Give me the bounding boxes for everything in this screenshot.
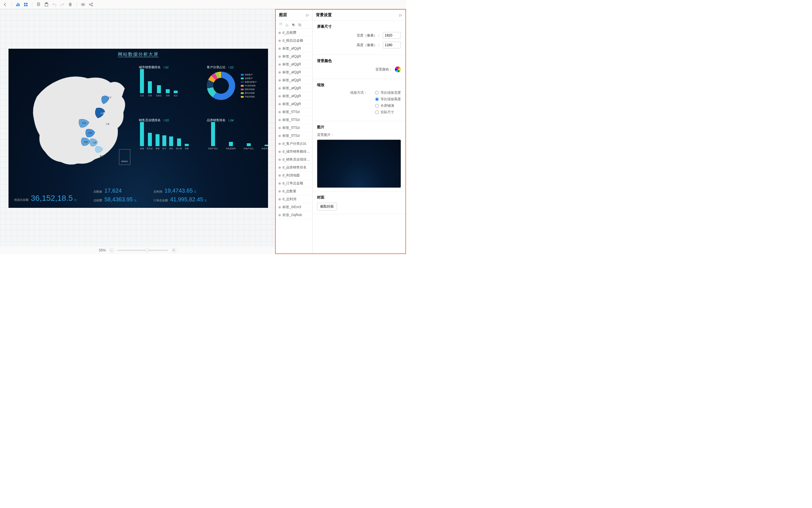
collapse-props-icon[interactable]: ▷ bbox=[400, 13, 402, 17]
align-top-icon[interactable] bbox=[279, 23, 283, 27]
chart-category-sales: 品类销售排名\ 04 自制产成品手机原材料外购产成品外购半成品 bbox=[207, 118, 263, 150]
width-label: 宽度（像素）： bbox=[357, 33, 380, 38]
section-bg-color: 背景颜色 背景颜色： bbox=[313, 55, 405, 79]
svg-rect-0 bbox=[16, 4, 17, 6]
section-screen-size: 屏幕尺寸 宽度（像素）： 高度（像素）： bbox=[313, 21, 405, 55]
dashboard-preview[interactable]: 网站数据分析大屏 辽宁 山东 陕西 湖北 bbox=[8, 49, 268, 208]
bg-image-label: 背景图片： bbox=[317, 132, 401, 137]
collapse-layers-icon[interactable]: ▷ bbox=[306, 13, 309, 17]
back-button[interactable] bbox=[2, 2, 8, 7]
layer-item[interactable]: d_品类销售排名 bbox=[276, 164, 312, 172]
layer-item[interactable]: d_利润地图 bbox=[276, 172, 312, 179]
layer-item[interactable]: 标签_afQgR bbox=[276, 53, 312, 60]
capture-cover-button[interactable]: 截取封面 bbox=[317, 203, 337, 210]
zoom-value: 55% bbox=[99, 248, 106, 252]
layer-item[interactable]: 标签_afQgR bbox=[276, 84, 312, 92]
layer-item[interactable]: 标签_afQgR bbox=[276, 92, 312, 100]
zoom-mode-option[interactable]: 全屏铺满 bbox=[375, 103, 394, 108]
layer-item[interactable]: d_城市销售额排… bbox=[276, 148, 312, 156]
layer-item[interactable]: 标签_5TSzi bbox=[276, 124, 312, 132]
height-input[interactable] bbox=[383, 42, 401, 48]
svg-text:陕西: 陕西 bbox=[82, 122, 86, 124]
preview-icon[interactable] bbox=[80, 2, 86, 7]
dashboard-title: 网站数据分析大屏 bbox=[8, 49, 268, 59]
svg-rect-6 bbox=[26, 5, 28, 6]
section-image: 图片 背景图片： bbox=[313, 121, 405, 192]
zoom-mode-option[interactable]: 实际尺寸 bbox=[375, 110, 394, 115]
zoom-mode-label: 缩放方式： bbox=[350, 90, 367, 95]
layer-item[interactable]: d_销售员业绩排… bbox=[276, 156, 312, 164]
svg-rect-2 bbox=[19, 4, 19, 6]
metric: 总税费:58,4363.95元 bbox=[93, 196, 136, 203]
layer-item[interactable]: 矩形_GqRob bbox=[276, 211, 312, 219]
layers-panel: 图层 ▷ d_总税费d_税后总金额标签_afQgR标签_afQgR标签_afQg… bbox=[276, 10, 313, 253]
separator bbox=[11, 2, 12, 7]
metric: 总数量:17,624 bbox=[93, 187, 136, 194]
layer-item[interactable]: d_客户分类占比 bbox=[276, 140, 312, 148]
svg-point-11 bbox=[83, 4, 84, 5]
bgcolor-label: 背景颜色： bbox=[375, 67, 393, 72]
layer-item[interactable]: 标签_afQgR bbox=[276, 69, 312, 77]
bg-image-thumbnail[interactable] bbox=[317, 140, 401, 188]
svg-text:湖北: 湖北 bbox=[88, 132, 92, 134]
separator bbox=[32, 2, 32, 7]
copy-icon[interactable] bbox=[36, 2, 41, 7]
chart-salesperson: 销售员业绩排名\ 03 徐海刘天达李萌崔可何彤师小蓉张翠 bbox=[139, 118, 201, 150]
undo-icon[interactable] bbox=[51, 2, 57, 7]
align-bottom-icon[interactable] bbox=[285, 23, 289, 27]
layer-item[interactable]: 标签_afQgR bbox=[276, 77, 312, 84]
layer-item[interactable]: 标签_5TSzi bbox=[276, 116, 312, 124]
svg-rect-3 bbox=[24, 3, 26, 4]
zoom-mode-option[interactable]: 等比缩放高度 bbox=[375, 97, 401, 102]
layer-item[interactable]: d_总税费 bbox=[276, 29, 312, 37]
zoom-slider[interactable] bbox=[117, 250, 168, 251]
top-toolbar bbox=[0, 0, 406, 9]
layer-item[interactable]: 标签_5TSzi bbox=[276, 108, 312, 116]
svg-rect-1 bbox=[17, 3, 18, 6]
metric: 税后总金额:36,152,18.5元 bbox=[14, 194, 77, 203]
bring-front-icon[interactable] bbox=[291, 23, 295, 27]
svg-point-12 bbox=[89, 4, 90, 5]
layer-item[interactable]: 标签_afQgR bbox=[276, 100, 312, 108]
chart-view-icon[interactable] bbox=[15, 2, 21, 7]
svg-text:湖南: 湖南 bbox=[84, 141, 88, 143]
zoom-in-button[interactable]: + bbox=[172, 248, 176, 253]
bgcolor-picker[interactable] bbox=[395, 66, 401, 73]
metrics-row: 税后总金额:36,152,18.5元 总数量:17,624总税费:58,4363… bbox=[14, 187, 207, 203]
layer-item[interactable]: 标签_afQgR bbox=[276, 60, 312, 69]
metric: 订单总金额:41,995,82.45元 bbox=[154, 196, 207, 203]
chart-customer-class: 客户分类占比\ 02 电商客户直销客户集团内部客户PC机经销商国外经销商委托代销… bbox=[207, 65, 266, 100]
zoom-out-button[interactable]: − bbox=[109, 248, 114, 253]
china-map: 辽宁 山东 陕西 湖北 湖南 江西 上海 香港 南海诸岛 bbox=[23, 63, 136, 170]
south-sea-inset: 南海诸岛 bbox=[119, 149, 130, 165]
layer-toolbar bbox=[276, 21, 312, 29]
layer-item[interactable]: 标签_0rEm3 bbox=[276, 203, 312, 211]
properties-panel: 背景设置 ▷ 屏幕尺寸 宽度（像素）： 高度（像素）： 背景颜色 背景颜色 bbox=[313, 10, 405, 253]
zoom-mode-option[interactable]: 等比缩放宽度 bbox=[375, 90, 401, 95]
height-label: 高度（像素）： bbox=[357, 43, 380, 48]
layer-item[interactable]: 标签_afQgR bbox=[276, 45, 312, 53]
chart-city-sales: 城市销售额排名\ 01 北京天津石家庄深圳武汉 bbox=[139, 65, 196, 97]
svg-point-13 bbox=[91, 3, 93, 4]
layer-item[interactable]: d_订单总金额 bbox=[276, 179, 312, 187]
share-icon[interactable] bbox=[88, 2, 94, 7]
canvas-area[interactable]: 网站数据分析大屏 辽宁 山东 陕西 湖北 bbox=[0, 9, 275, 254]
width-input[interactable] bbox=[383, 32, 401, 39]
zoom-bar: 55% − + bbox=[0, 246, 275, 254]
send-back-icon[interactable] bbox=[297, 23, 302, 27]
svg-rect-5 bbox=[24, 5, 26, 6]
svg-point-14 bbox=[91, 5, 93, 6]
paste-icon[interactable] bbox=[44, 2, 49, 7]
layer-item[interactable]: d_税后总金额 bbox=[276, 37, 312, 45]
metric: 总利润:19,4743.65元 bbox=[154, 187, 207, 194]
props-title: 背景设置 bbox=[316, 12, 332, 17]
layer-item[interactable]: d_总数量 bbox=[276, 187, 312, 196]
grid-view-icon[interactable] bbox=[23, 2, 29, 7]
layer-item[interactable]: 标签_5TSzi bbox=[276, 132, 312, 140]
delete-icon[interactable] bbox=[68, 2, 73, 7]
layer-item[interactable]: d_总利润 bbox=[276, 196, 312, 203]
svg-text:上海: 上海 bbox=[106, 123, 109, 125]
layers-title: 图层 bbox=[279, 12, 287, 17]
redo-icon[interactable] bbox=[59, 2, 65, 7]
section-cover: 封面 截取封面 bbox=[313, 192, 405, 214]
